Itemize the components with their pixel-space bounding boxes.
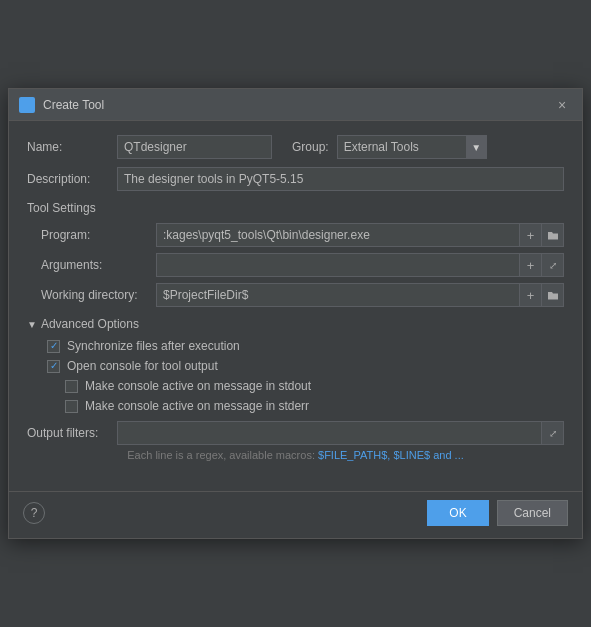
console-stdout-label: Make console active on message in stdout	[85, 379, 311, 393]
description-row: Description:	[27, 167, 564, 191]
group-label: Group:	[292, 140, 329, 154]
sync-files-checkbox[interactable]	[47, 340, 60, 353]
advanced-section: ▼ Advanced Options Synchronize files aft…	[27, 317, 564, 461]
program-add-button[interactable]: +	[520, 223, 542, 247]
svg-rect-1	[28, 100, 32, 104]
program-input-wrapper: +	[156, 223, 564, 247]
description-input[interactable]	[117, 167, 564, 191]
sync-files-row: Synchronize files after execution	[47, 339, 564, 353]
working-dir-row: Working directory: +	[41, 283, 564, 307]
group-dropdown-arrow[interactable]: ▼	[467, 135, 487, 159]
arguments-label: Arguments:	[41, 258, 156, 272]
output-filters-expand-button[interactable]: ⤢	[542, 421, 564, 445]
output-filters-wrapper: ⤢	[117, 421, 564, 445]
svg-rect-0	[22, 100, 26, 104]
console-stderr-checkbox[interactable]	[65, 400, 78, 413]
name-group-row: Name: Group: External Tools ▼	[27, 135, 564, 159]
console-stderr-row: Make console active on message in stderr	[65, 399, 564, 413]
arguments-input[interactable]	[156, 253, 520, 277]
arguments-add-button[interactable]: +	[520, 253, 542, 277]
arguments-expand-button[interactable]: ⤢	[542, 253, 564, 277]
console-stdout-row: Make console active on message in stdout	[65, 379, 564, 393]
output-filters-input[interactable]	[117, 421, 542, 445]
open-console-row: Open console for tool output	[47, 359, 564, 373]
open-console-label: Open console for tool output	[67, 359, 218, 373]
open-console-checkbox[interactable]	[47, 360, 60, 373]
advanced-title: Advanced Options	[41, 317, 139, 331]
svg-rect-3	[28, 106, 32, 110]
name-input[interactable]	[117, 135, 272, 159]
working-dir-add-button[interactable]: +	[520, 283, 542, 307]
console-stdout-checkbox[interactable]	[65, 380, 78, 393]
create-tool-dialog: Create Tool × Name: Group: External Tool…	[8, 88, 583, 539]
group-row: Group: External Tools ▼	[292, 135, 487, 159]
tool-settings-title: Tool Settings	[27, 201, 564, 215]
console-stderr-label: Make console active on message in stderr	[85, 399, 309, 413]
working-dir-folder-button[interactable]	[542, 283, 564, 307]
group-select[interactable]: External Tools	[337, 135, 467, 159]
cancel-button[interactable]: Cancel	[497, 500, 568, 526]
close-button[interactable]: ×	[552, 95, 572, 115]
title-bar: Create Tool ×	[9, 89, 582, 121]
output-filters-label: Output filters:	[27, 426, 117, 440]
app-icon	[19, 97, 35, 113]
dialog-title: Create Tool	[43, 98, 552, 112]
help-button[interactable]: ?	[23, 502, 45, 524]
program-row: Program: +	[41, 223, 564, 247]
dialog-content: Name: Group: External Tools ▼ Descriptio…	[9, 121, 582, 487]
group-select-wrapper: External Tools ▼	[337, 135, 487, 159]
advanced-header: ▼ Advanced Options	[27, 317, 564, 331]
svg-rect-2	[22, 106, 26, 110]
dialog-footer: ? OK Cancel	[9, 491, 582, 538]
program-folder-button[interactable]	[542, 223, 564, 247]
program-input[interactable]	[156, 223, 520, 247]
working-dir-label: Working directory:	[41, 288, 156, 302]
arguments-row: Arguments: + ⤢	[41, 253, 564, 277]
description-label: Description:	[27, 172, 117, 186]
output-filters-row: Output filters: ⤢	[27, 421, 564, 445]
ok-button[interactable]: OK	[427, 500, 488, 526]
program-label: Program:	[41, 228, 156, 242]
advanced-expand-button[interactable]: ▼	[27, 319, 37, 330]
working-dir-input[interactable]	[156, 283, 520, 307]
working-dir-input-wrapper: +	[156, 283, 564, 307]
sync-files-label: Synchronize files after execution	[67, 339, 240, 353]
tool-settings-section: Tool Settings Program: + Arguments:	[27, 201, 564, 307]
name-label: Name:	[27, 140, 117, 154]
hint-macros: $FILE_PATH$, $LINE$ and ...	[318, 449, 464, 461]
arguments-input-wrapper: + ⤢	[156, 253, 564, 277]
hint-text-row: Each line is a regex, available macros: …	[27, 449, 564, 461]
hint-text-main: Each line is a regex, available macros:	[127, 449, 318, 461]
